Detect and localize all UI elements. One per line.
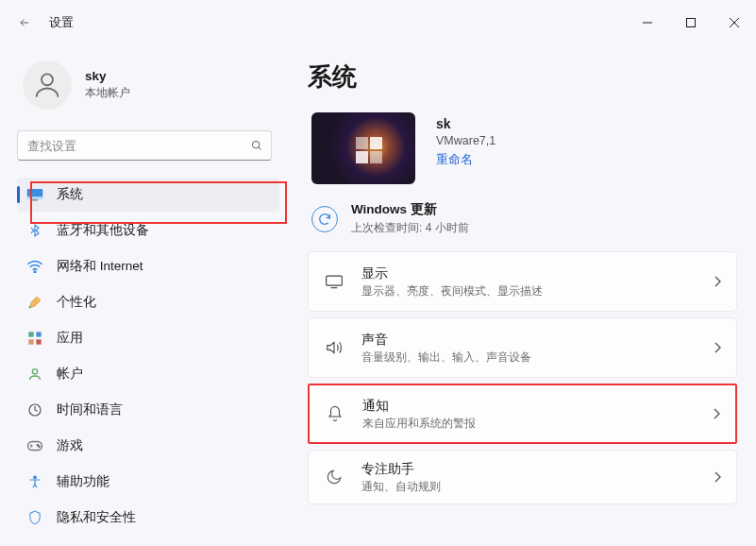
device-thumbnail[interactable] [311,112,415,184]
svg-point-11 [32,369,37,374]
card-subtitle: 音量级别、输出、输入、声音设备 [361,350,531,365]
sidebar-item-network[interactable]: 网络和 Internet [17,249,279,283]
sidebar-item-personalization[interactable]: 个性化 [17,285,279,319]
time-lang-icon [26,401,43,418]
card-focus-assist[interactable]: 专注助手 通知、自动规则 [308,450,737,504]
svg-rect-5 [32,199,38,200]
chevron-right-icon [713,408,720,419]
back-button[interactable] [11,9,38,36]
update-sync-icon [311,206,338,232]
svg-point-1 [42,74,53,85]
personalize-icon [26,294,43,311]
settings-card-list: 显示 显示器、亮度、夜间模式、显示描述 声音 音量级别、输出、输入、声音设备 [308,251,737,504]
card-subtitle: 通知、自动规则 [361,480,441,494]
rename-link[interactable]: 重命名 [436,152,496,168]
card-display[interactable]: 显示 显示器、亮度、夜间模式、显示描述 [308,251,737,312]
search-box[interactable] [17,130,272,161]
window-title: 设置 [49,15,74,31]
maximize-button[interactable] [669,8,713,38]
svg-rect-10 [36,339,41,344]
sidebar-item-label: 网络和 Internet [57,258,143,275]
sidebar-item-gaming[interactable]: 游戏 [17,429,279,463]
card-title: 声音 [361,332,531,349]
svg-point-15 [39,446,41,448]
gaming-icon [26,437,43,454]
sound-icon [324,340,344,355]
device-info: sk VMware7,1 重命名 [308,112,737,184]
user-account-type: 本地帐户 [85,85,130,101]
windows-update-row[interactable]: Windows 更新 上次检查时间: 4 小时前 [308,201,737,236]
card-title: 专注助手 [361,461,441,478]
svg-rect-9 [28,339,33,344]
sidebar-item-accounts[interactable]: 帐户 [17,357,279,391]
apps-icon [26,330,43,347]
card-sound[interactable]: 声音 音量级别、输出、输入、声音设备 [308,317,737,378]
card-subtitle: 来自应用和系统的警报 [362,417,476,431]
search-input[interactable] [18,139,271,153]
svg-rect-7 [28,332,33,336]
privacy-icon [26,509,43,526]
svg-rect-17 [327,276,343,285]
sidebar-item-label: 辅助功能 [57,473,109,490]
svg-point-6 [34,271,36,273]
sidebar-item-system[interactable]: 系统 [17,178,279,212]
sidebar: sky 本地帐户 系统 蓝牙和其他设备 [0,45,285,546]
card-title: 通知 [362,398,476,415]
chevron-right-icon [714,342,721,353]
card-subtitle: 显示器、亮度、夜间模式、显示描述 [361,284,543,299]
sidebar-item-label: 个性化 [57,294,96,311]
sidebar-item-accessibility[interactable]: 辅助功能 [17,465,279,499]
chevron-right-icon [714,276,721,287]
bell-icon [325,404,345,423]
close-button[interactable] [713,8,756,38]
windows-logo-icon [356,137,382,163]
page-title: 系统 [308,60,737,94]
update-title: Windows 更新 [351,201,469,218]
card-title: 显示 [361,265,543,282]
titlebar: 设置 [0,0,756,45]
account-icon [26,366,43,383]
nav-list: 系统 蓝牙和其他设备 网络和 Internet 个性化 [17,178,279,535]
minimize-button[interactable] [626,8,669,38]
svg-rect-8 [36,332,41,336]
device-model: VMware7,1 [436,134,496,147]
svg-point-2 [252,141,260,148]
chevron-right-icon [714,471,721,483]
sidebar-item-label: 时间和语言 [57,401,123,418]
svg-rect-0 [687,19,696,27]
user-profile[interactable]: sky 本地帐户 [17,55,279,127]
system-icon [26,186,43,203]
search-icon [250,139,263,152]
card-notifications[interactable]: 通知 来自应用和系统的警报 [308,384,737,444]
sidebar-item-label: 隐私和安全性 [57,509,136,526]
sidebar-item-privacy[interactable]: 隐私和安全性 [17,501,279,535]
svg-point-16 [34,476,37,479]
sidebar-item-bluetooth[interactable]: 蓝牙和其他设备 [17,213,279,247]
display-icon [324,274,344,289]
sidebar-item-time-language[interactable]: 时间和语言 [17,393,279,427]
sidebar-item-label: 应用 [57,330,83,347]
svg-rect-4 [27,196,43,198]
sidebar-item-label: 游戏 [57,437,83,454]
window-controls [626,8,756,38]
main-panel: 系统 sk VMware7,1 重命名 Windows 更新 上次检查时间: 4… [285,45,756,546]
sidebar-item-label: 帐户 [57,366,83,383]
wifi-icon [26,258,43,275]
sidebar-item-label: 系统 [57,186,83,203]
avatar [23,60,72,110]
sidebar-item-label: 蓝牙和其他设备 [57,222,149,239]
accessibility-icon [26,473,43,490]
user-name: sky [85,69,130,83]
update-subtitle: 上次检查时间: 4 小时前 [351,220,469,236]
bluetooth-icon [26,222,43,239]
moon-icon [324,469,344,486]
sidebar-item-apps[interactable]: 应用 [17,321,279,355]
device-name: sk [436,116,496,131]
